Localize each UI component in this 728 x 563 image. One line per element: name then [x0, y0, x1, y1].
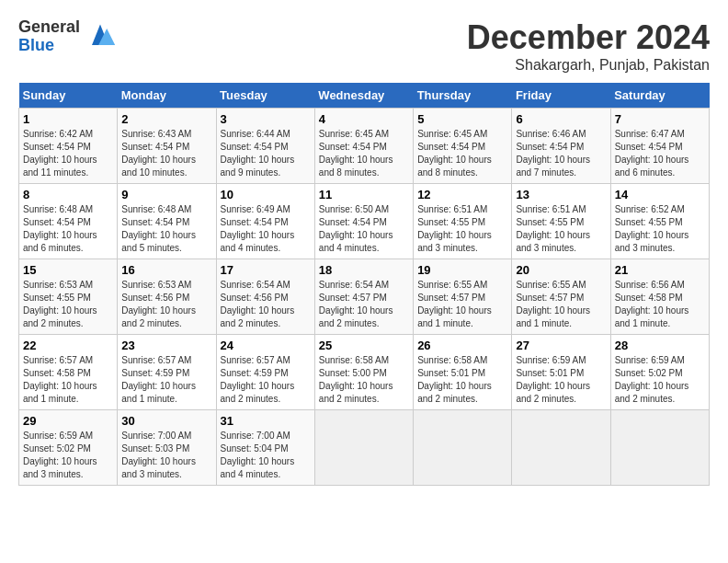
day-number: 31	[221, 414, 311, 428]
calendar-cell: 29 Sunrise: 6:59 AM Sunset: 5:02 PM Dayl…	[19, 410, 118, 486]
day-number: 22	[23, 339, 113, 352]
day-number: 9	[121, 188, 211, 201]
calendar-cell: 22 Sunrise: 6:57 AM Sunset: 4:58 PM Dayl…	[19, 335, 118, 410]
calendar-cell	[610, 410, 709, 486]
day-number: 26	[417, 339, 507, 352]
calendar-cell: 8 Sunrise: 6:48 AM Sunset: 4:54 PM Dayli…	[19, 184, 118, 259]
day-info: Sunrise: 6:58 AM Sunset: 5:01 PM Dayligh…	[417, 354, 507, 406]
calendar-cell: 21 Sunrise: 6:56 AM Sunset: 4:58 PM Dayl…	[610, 259, 709, 335]
weekday-saturday: Saturday	[610, 83, 709, 109]
logo-blue: Blue	[18, 36, 54, 54]
day-info: Sunrise: 6:59 AM Sunset: 5:02 PM Dayligh…	[23, 430, 113, 481]
week-row-1: 1 Sunrise: 6:42 AM Sunset: 4:54 PM Dayli…	[19, 109, 710, 184]
day-number: 8	[23, 188, 113, 201]
calendar-cell	[512, 410, 610, 486]
day-number: 20	[516, 263, 606, 277]
calendar-cell: 27 Sunrise: 6:59 AM Sunset: 5:01 PM Dayl…	[512, 335, 610, 410]
day-info: Sunrise: 6:54 AM Sunset: 4:56 PM Dayligh…	[221, 279, 311, 330]
day-info: Sunrise: 6:51 AM Sunset: 4:55 PM Dayligh…	[516, 203, 606, 255]
calendar-cell	[314, 410, 413, 486]
day-info: Sunrise: 6:57 AM Sunset: 4:59 PM Dayligh…	[221, 354, 311, 406]
day-number: 21	[615, 263, 705, 277]
week-row-2: 8 Sunrise: 6:48 AM Sunset: 4:54 PM Dayli…	[19, 184, 710, 259]
day-info: Sunrise: 6:49 AM Sunset: 4:54 PM Dayligh…	[221, 203, 311, 255]
calendar-cell: 5 Sunrise: 6:45 AM Sunset: 4:54 PM Dayli…	[414, 109, 512, 184]
calendar-cell: 30 Sunrise: 7:00 AM Sunset: 5:03 PM Dayl…	[118, 410, 216, 486]
day-info: Sunrise: 6:53 AM Sunset: 4:55 PM Dayligh…	[23, 279, 113, 330]
day-info: Sunrise: 6:42 AM Sunset: 4:54 PM Dayligh…	[23, 128, 113, 179]
logo-icon	[84, 20, 117, 53]
calendar-cell: 6 Sunrise: 6:46 AM Sunset: 4:54 PM Dayli…	[512, 109, 610, 184]
day-number: 30	[121, 414, 211, 428]
calendar-table: SundayMondayTuesdayWednesdayThursdayFrid…	[18, 83, 710, 486]
week-row-4: 22 Sunrise: 6:57 AM Sunset: 4:58 PM Dayl…	[19, 335, 710, 410]
day-number: 29	[23, 414, 113, 428]
day-number: 13	[516, 188, 606, 201]
calendar-cell: 12 Sunrise: 6:51 AM Sunset: 4:55 PM Dayl…	[414, 184, 512, 259]
calendar-cell: 24 Sunrise: 6:57 AM Sunset: 4:59 PM Dayl…	[216, 335, 314, 410]
calendar-cell: 16 Sunrise: 6:53 AM Sunset: 4:56 PM Dayl…	[118, 259, 216, 335]
weekday-tuesday: Tuesday	[216, 83, 314, 109]
day-number: 10	[221, 188, 311, 201]
day-info: Sunrise: 6:44 AM Sunset: 4:54 PM Dayligh…	[221, 128, 311, 179]
calendar-cell: 26 Sunrise: 6:58 AM Sunset: 5:01 PM Dayl…	[414, 335, 512, 410]
day-number: 12	[417, 188, 507, 201]
day-number: 7	[615, 112, 705, 126]
logo: General Blue	[18, 18, 117, 55]
weekday-thursday: Thursday	[414, 83, 512, 109]
day-info: Sunrise: 6:51 AM Sunset: 4:55 PM Dayligh…	[417, 203, 507, 255]
calendar-cell: 7 Sunrise: 6:47 AM Sunset: 4:54 PM Dayli…	[610, 109, 709, 184]
day-info: Sunrise: 6:59 AM Sunset: 5:01 PM Dayligh…	[516, 354, 606, 406]
day-number: 24	[221, 339, 311, 352]
day-info: Sunrise: 6:48 AM Sunset: 4:54 PM Dayligh…	[121, 203, 211, 255]
day-number: 18	[319, 263, 409, 277]
calendar-cell: 28 Sunrise: 6:59 AM Sunset: 5:02 PM Dayl…	[610, 335, 709, 410]
day-number: 16	[121, 263, 211, 277]
day-info: Sunrise: 6:52 AM Sunset: 4:55 PM Dayligh…	[615, 203, 705, 255]
day-info: Sunrise: 7:00 AM Sunset: 5:03 PM Dayligh…	[121, 430, 211, 481]
day-info: Sunrise: 6:47 AM Sunset: 4:54 PM Dayligh…	[615, 128, 705, 179]
day-info: Sunrise: 6:48 AM Sunset: 4:54 PM Dayligh…	[23, 203, 113, 255]
month-title: December 2024	[467, 18, 710, 57]
weekday-header-row: SundayMondayTuesdayWednesdayThursdayFrid…	[19, 83, 710, 109]
day-info: Sunrise: 6:53 AM Sunset: 4:56 PM Dayligh…	[121, 279, 211, 330]
calendar-cell: 9 Sunrise: 6:48 AM Sunset: 4:54 PM Dayli…	[118, 184, 216, 259]
day-info: Sunrise: 6:45 AM Sunset: 4:54 PM Dayligh…	[417, 128, 507, 179]
day-number: 11	[319, 188, 409, 201]
day-info: Sunrise: 6:54 AM Sunset: 4:57 PM Dayligh…	[319, 279, 409, 330]
day-number: 3	[221, 112, 311, 126]
day-number: 14	[615, 188, 705, 201]
week-row-3: 15 Sunrise: 6:53 AM Sunset: 4:55 PM Dayl…	[19, 259, 710, 335]
day-info: Sunrise: 6:59 AM Sunset: 5:02 PM Dayligh…	[615, 354, 705, 406]
day-info: Sunrise: 6:45 AM Sunset: 4:54 PM Dayligh…	[319, 128, 409, 179]
day-number: 27	[516, 339, 606, 352]
weekday-friday: Friday	[512, 83, 610, 109]
page-header: General Blue December 2024 Shakargarh, P…	[18, 18, 710, 74]
day-info: Sunrise: 6:43 AM Sunset: 4:54 PM Dayligh…	[121, 128, 211, 179]
week-row-5: 29 Sunrise: 6:59 AM Sunset: 5:02 PM Dayl…	[19, 410, 710, 486]
day-info: Sunrise: 6:55 AM Sunset: 4:57 PM Dayligh…	[516, 279, 606, 330]
calendar-cell: 1 Sunrise: 6:42 AM Sunset: 4:54 PM Dayli…	[19, 109, 118, 184]
day-number: 23	[121, 339, 211, 352]
calendar-cell: 15 Sunrise: 6:53 AM Sunset: 4:55 PM Dayl…	[19, 259, 118, 335]
calendar-cell: 25 Sunrise: 6:58 AM Sunset: 5:00 PM Dayl…	[314, 335, 413, 410]
logo-general: General	[18, 17, 80, 36]
calendar-cell: 3 Sunrise: 6:44 AM Sunset: 4:54 PM Dayli…	[216, 109, 314, 184]
day-info: Sunrise: 6:50 AM Sunset: 4:54 PM Dayligh…	[319, 203, 409, 255]
day-info: Sunrise: 6:46 AM Sunset: 4:54 PM Dayligh…	[516, 128, 606, 179]
day-info: Sunrise: 6:58 AM Sunset: 5:00 PM Dayligh…	[319, 354, 409, 406]
day-number: 6	[516, 112, 606, 126]
day-number: 1	[23, 112, 113, 126]
day-number: 4	[319, 112, 409, 126]
day-number: 19	[417, 263, 507, 277]
day-info: Sunrise: 6:55 AM Sunset: 4:57 PM Dayligh…	[417, 279, 507, 330]
day-info: Sunrise: 7:00 AM Sunset: 5:04 PM Dayligh…	[221, 430, 311, 481]
calendar-cell: 23 Sunrise: 6:57 AM Sunset: 4:59 PM Dayl…	[118, 335, 216, 410]
calendar-cell: 18 Sunrise: 6:54 AM Sunset: 4:57 PM Dayl…	[314, 259, 413, 335]
calendar-cell	[414, 410, 512, 486]
weekday-monday: Monday	[118, 83, 216, 109]
day-info: Sunrise: 6:57 AM Sunset: 4:58 PM Dayligh…	[23, 354, 113, 406]
day-number: 15	[23, 263, 113, 277]
calendar-cell: 31 Sunrise: 7:00 AM Sunset: 5:04 PM Dayl…	[216, 410, 314, 486]
weekday-sunday: Sunday	[19, 83, 118, 109]
